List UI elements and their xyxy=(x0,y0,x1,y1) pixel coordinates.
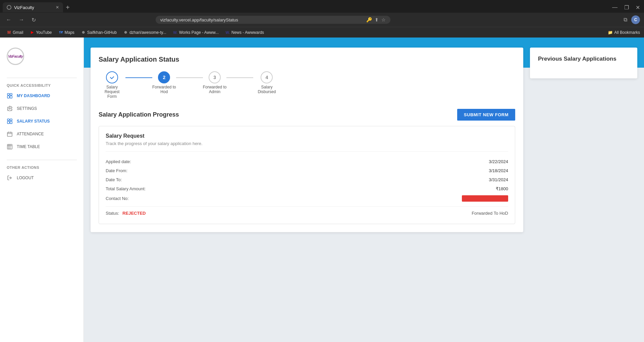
sidebar-item-dashboard[interactable]: MY DASHBOARD xyxy=(0,89,84,102)
dashboard-icon xyxy=(7,93,13,99)
connector-3-4 xyxy=(226,77,253,78)
active-tab[interactable]: VizFaculty ✕ xyxy=(3,2,63,12)
quick-accessibility-label: QUICK ACCESSIBILITY xyxy=(0,81,84,89)
svg-rect-0 xyxy=(7,93,9,95)
bookmark-maps[interactable]: 🗺 Maps xyxy=(56,29,77,36)
forwarded-to-hod: Forwarded To HoD xyxy=(472,211,508,216)
content-area: Salary Application Status Salary Request… xyxy=(84,48,644,239)
app-logo: VizFaculty xyxy=(7,48,24,65)
browser-actions: ⧉ C xyxy=(622,15,640,24)
step-3: 3 Forwarded toAdmin xyxy=(203,71,227,94)
logo-text: VizFaculty xyxy=(8,54,23,58)
sidebar-item-logout[interactable]: LOGOUT xyxy=(0,172,84,184)
step-1: Salary RequestForm xyxy=(99,71,125,99)
sidebar-item-timetable[interactable]: TIME TABLE xyxy=(0,140,84,153)
status-value: REJECTED xyxy=(122,211,146,216)
card-title: Salary Application Status xyxy=(99,56,515,63)
github-icon: ⊕ xyxy=(81,30,86,35)
gmail-icon: M xyxy=(7,30,11,35)
step-3-circle: 3 xyxy=(209,71,221,83)
all-bookmarks-button[interactable]: 📁 All Bookmarks xyxy=(608,30,640,35)
sidebar: VizFaculty QUICK ACCESSIBILITY MY DASHBO… xyxy=(0,38,84,342)
logout-icon xyxy=(7,175,13,181)
bookmark-news[interactable]: W. News - Awwwards xyxy=(223,29,267,36)
sidebar-item-salary-status[interactable]: SALARY STATUS xyxy=(0,115,84,128)
salary-status-label: SALARY STATUS xyxy=(17,119,50,124)
progress-section-title: Salary Application Progress xyxy=(99,111,179,118)
previous-salary-card: Previous Salary Applications xyxy=(530,48,637,78)
date-to-row: Date To: 3/31/2024 xyxy=(106,175,508,184)
bookmark-gmail[interactable]: M Gmail xyxy=(4,29,26,36)
bookmark-gmail-label: Gmail xyxy=(13,30,23,35)
youtube-icon: ▶ xyxy=(30,30,35,35)
back-button[interactable]: ← xyxy=(4,15,13,24)
total-salary-row: Total Salary Amount: ₹1800 xyxy=(106,184,508,193)
salary-status-card: Salary Application Status Salary Request… xyxy=(91,48,523,232)
tab-title: VizFaculty xyxy=(14,5,53,10)
applied-date-row: Applied date: 3/22/2024 xyxy=(106,157,508,166)
timetable-label: TIME TABLE xyxy=(17,144,40,149)
date-to-label: Date To: xyxy=(106,177,122,182)
app-layout: VizFaculty QUICK ACCESSIBILITY MY DASHBO… xyxy=(0,38,644,342)
progress-steps: Salary RequestForm 2 Forwarded toHod xyxy=(99,71,515,99)
svg-rect-6 xyxy=(7,121,9,124)
step-2-circle: 2 xyxy=(158,71,170,83)
salary-status-icon xyxy=(7,118,13,124)
application-progress: Salary Application Progress SUBMIT NEW F… xyxy=(99,109,515,224)
window-controls: — ❐ ✕ xyxy=(611,3,641,12)
bookmark-maps-label: Maps xyxy=(65,30,74,35)
status-label: Status: xyxy=(106,211,119,216)
bookmark-works[interactable]: W. Works Page - Awww... xyxy=(170,29,221,36)
submit-new-form-button[interactable]: SUBMIT NEW FORM xyxy=(457,109,515,121)
bookmark-youtube-label: YouTube xyxy=(36,30,52,35)
works-icon: W. xyxy=(173,30,178,35)
minimize-button[interactable]: — xyxy=(611,3,619,12)
svg-rect-7 xyxy=(10,121,12,124)
bookmark-dzhari[interactable]: ⊕ dzhari/awesome-ty... xyxy=(121,29,169,36)
connector-1-2 xyxy=(125,77,152,78)
sidebar-item-attendance[interactable]: ATTENDANCE xyxy=(0,128,84,140)
step-4-circle: 4 xyxy=(261,71,273,83)
tab-close-button[interactable]: ✕ xyxy=(56,5,59,10)
url-text: vizfaculty.vercel.app/faculty/salaryStat… xyxy=(160,17,364,22)
close-button[interactable]: ✕ xyxy=(634,3,641,12)
other-actions-label: OTHER ACTIONS xyxy=(0,163,84,172)
reload-button[interactable]: ↻ xyxy=(30,15,38,24)
main-content: Salary Application Status Salary Request… xyxy=(84,38,644,342)
contact-no-label: Contact No: xyxy=(106,196,129,201)
logout-label: LOGOUT xyxy=(17,176,34,180)
new-tab-button[interactable]: + xyxy=(63,4,72,11)
url-input-box[interactable]: vizfaculty.vercel.app/faculty/salaryStat… xyxy=(156,16,390,24)
step-1-label: Salary RequestForm xyxy=(99,85,125,99)
svg-rect-5 xyxy=(10,119,12,121)
svg-rect-8 xyxy=(7,132,12,136)
bookmark-github-label: Saifkhan-GitHub xyxy=(87,30,117,35)
bookmark-github[interactable]: ⊕ Saifkhan-GitHub xyxy=(78,29,119,36)
profile-avatar[interactable]: C xyxy=(631,15,640,24)
step-4: 4 Salary Disbursed xyxy=(253,71,280,94)
address-bar: ← → ↻ vizfaculty.vercel.app/faculty/sala… xyxy=(0,13,644,27)
maximize-button[interactable]: ❐ xyxy=(623,3,630,12)
section-header: Salary Application Progress SUBMIT NEW F… xyxy=(99,109,515,121)
bookmark-works-label: Works Page - Awww... xyxy=(179,30,219,35)
url-icons: 🔑 ⬆ ☆ xyxy=(366,17,386,22)
request-card: Salary Request Track the progress of you… xyxy=(99,126,515,224)
contact-no-row: Contact No: xyxy=(106,193,508,204)
key-icon: 🔑 xyxy=(366,17,372,22)
step-3-label: Forwarded toAdmin xyxy=(203,85,227,94)
sidebar-divider-top xyxy=(7,78,77,78)
bookmark-youtube[interactable]: ▶ YouTube xyxy=(27,29,54,36)
extensions-button[interactable]: ⧉ xyxy=(622,15,629,24)
step-2-label: Forwarded toHod xyxy=(152,85,176,94)
step-2-number: 2 xyxy=(163,75,165,80)
date-from-value: 3/18/2024 xyxy=(489,168,508,173)
request-card-title: Salary Request xyxy=(106,133,508,139)
contact-no-value xyxy=(462,195,508,202)
step-3-number: 3 xyxy=(213,75,216,80)
sidebar-item-settings[interactable]: SETTINGS xyxy=(0,102,84,115)
forward-button[interactable]: → xyxy=(17,15,26,24)
svg-rect-4 xyxy=(7,119,9,121)
news-icon: W. xyxy=(225,30,230,35)
star-icon[interactable]: ☆ xyxy=(381,17,386,22)
status-group: Status: REJECTED xyxy=(106,211,146,216)
